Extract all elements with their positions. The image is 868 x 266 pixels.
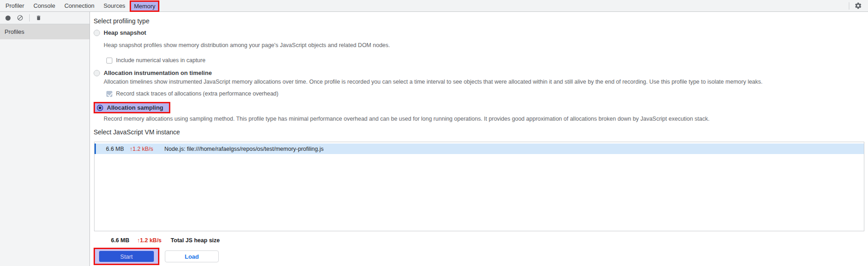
toolbar-divider bbox=[849, 2, 849, 10]
start-button[interactable]: Start bbox=[99, 251, 154, 262]
devtools-memory-panel: Profiler Console Connection Sources Memo… bbox=[0, 0, 868, 266]
vm-instance-name: Node.js: file:///home/rafaelgss/repos/os… bbox=[164, 146, 324, 152]
toolbar-divider bbox=[29, 14, 30, 21]
trash-icon[interactable] bbox=[36, 15, 42, 21]
option-label: Allocation sampling bbox=[107, 104, 163, 111]
load-button[interactable]: Load bbox=[165, 250, 219, 262]
profiling-type-heading: Select profiling type bbox=[94, 17, 868, 25]
total-allocation-rate: ↑1.2 kB/s bbox=[137, 237, 162, 244]
radio-selected-icon[interactable] bbox=[97, 105, 103, 111]
checkbox-record-stack-traces[interactable]: Record stack traces of allocations (extr… bbox=[106, 90, 868, 97]
tab-profiler[interactable]: Profiler bbox=[1, 0, 29, 11]
profiles-section-header: Profiles bbox=[0, 24, 89, 39]
tabbar-right-controls bbox=[849, 0, 868, 11]
checkbox-label: Include numerical values in capture bbox=[116, 57, 205, 64]
top-tab-bar: Profiler Console Connection Sources Memo… bbox=[0, 0, 868, 12]
radio-option-allocation-sampling[interactable]: Allocation sampling bbox=[94, 102, 170, 113]
annotation-box-allocation-sampling: Allocation sampling bbox=[94, 102, 868, 113]
tab-console[interactable]: Console bbox=[29, 0, 60, 11]
option-description: Heap snapshot profiles show memory distr… bbox=[104, 42, 868, 49]
radio-option-allocation-timeline[interactable]: Allocation instrumentation on timeline bbox=[94, 69, 868, 77]
profiles-sidebar: Profiles bbox=[0, 12, 90, 266]
option-label: Allocation instrumentation on timeline bbox=[104, 69, 212, 77]
vm-instance-row[interactable]: 6.6 MB ↑1.2 kB/s Node.js: file:///home/r… bbox=[95, 144, 864, 154]
checkbox-checked-icon[interactable] bbox=[106, 91, 112, 97]
action-buttons-row: Start Load bbox=[94, 248, 868, 265]
vm-heap-size: 6.6 MB bbox=[106, 146, 125, 152]
radio-icon[interactable] bbox=[94, 70, 100, 76]
profiles-header-label: Profiles bbox=[5, 28, 24, 35]
vm-instance-heading: Select JavaScript VM instance bbox=[94, 128, 868, 136]
vm-allocation-rate: ↑1.2 kB/s bbox=[130, 146, 156, 152]
checkbox-icon[interactable] bbox=[106, 58, 112, 64]
gear-icon[interactable] bbox=[854, 2, 862, 10]
profiles-toolbar bbox=[0, 12, 89, 24]
total-heap-size: 6.6 MB bbox=[111, 237, 129, 244]
tab-strip: Profiler Console Connection Sources Memo… bbox=[0, 0, 159, 11]
option-description: Record memory allocations using sampling… bbox=[104, 116, 868, 122]
radio-icon[interactable] bbox=[94, 30, 100, 36]
option-label: Heap snapshot bbox=[104, 29, 146, 37]
record-icon[interactable] bbox=[5, 15, 11, 21]
tab-sources[interactable]: Sources bbox=[99, 0, 130, 11]
panel-content: Profiles Select profiling type Heap snap… bbox=[0, 12, 868, 266]
option-description: Allocation timelines show instrumented J… bbox=[104, 79, 868, 85]
profiles-list-empty bbox=[0, 39, 89, 266]
checkbox-label: Record stack traces of allocations (extr… bbox=[116, 90, 279, 97]
tab-connection[interactable]: Connection bbox=[60, 0, 99, 11]
tab-memory[interactable]: Memory bbox=[130, 0, 159, 12]
block-icon[interactable] bbox=[17, 15, 23, 21]
annotation-box-start-button: Start bbox=[94, 248, 159, 265]
heap-totals-row: 6.6 MB ↑1.2 kB/s Total JS heap size bbox=[111, 237, 868, 244]
radio-option-heap-snapshot[interactable]: Heap snapshot bbox=[94, 29, 868, 37]
total-heap-label: Total JS heap size bbox=[171, 237, 220, 244]
checkbox-include-numerical-values[interactable]: Include numerical values in capture bbox=[106, 57, 868, 64]
vm-instance-list: 6.6 MB ↑1.2 kB/s Node.js: file:///home/r… bbox=[94, 142, 864, 231]
memory-main-view: Select profiling type Heap snapshot Heap… bbox=[90, 12, 868, 266]
